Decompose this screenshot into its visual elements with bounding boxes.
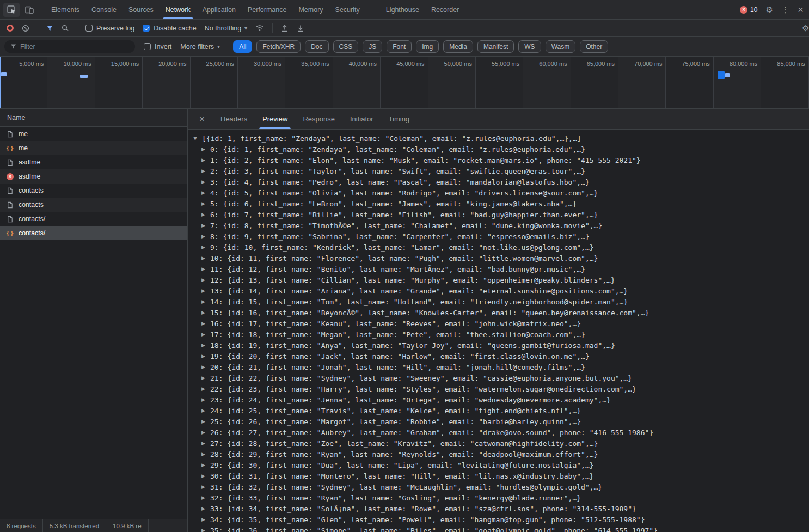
detail-tab-timing[interactable]: Timing: [381, 109, 418, 129]
preview-row[interactable]: ▶ 5: {id: 6, first_name: "LeBron", last_…: [193, 198, 809, 209]
expand-arrow-icon[interactable]: ▶: [201, 397, 210, 402]
expand-arrow-icon[interactable]: ▶: [201, 201, 210, 206]
tab-performance[interactable]: Performance: [242, 0, 293, 19]
expand-arrow-icon[interactable]: ▶: [201, 168, 210, 174]
request-row[interactable]: × asdfme: [0, 169, 187, 184]
preview-row[interactable]: ▶ 26: {id: 27, first_name: "Aubrey", las…: [193, 427, 809, 438]
preview-root-row[interactable]: ▼ [{id: 1, first_name: "Zendaya", last_n…: [193, 133, 809, 144]
preview-row[interactable]: ▶ 1: {id: 2, first_name: "Elon", last_na…: [193, 155, 809, 166]
expand-arrow-icon[interactable]: ▶: [201, 495, 210, 500]
request-row[interactable]: {} contacts/: [0, 226, 187, 240]
network-conditions-icon[interactable]: [255, 25, 264, 32]
expand-arrow-icon[interactable]: ▶: [201, 212, 210, 217]
preview-row[interactable]: ▶ 3: {id: 4, first_name: "Pedro", last_n…: [193, 176, 809, 187]
preview-row[interactable]: ▶ 0: {id: 1, first_name: "Zendaya", last…: [193, 144, 809, 155]
expand-arrow-icon[interactable]: ▶: [201, 190, 210, 195]
kebab-menu-icon[interactable]: ⋮: [781, 5, 789, 14]
invert-checkbox[interactable]: [144, 43, 151, 50]
search-icon[interactable]: [62, 25, 69, 32]
request-row[interactable]: me: [0, 127, 187, 141]
expand-arrow-icon[interactable]: ▶: [201, 288, 210, 293]
expand-arrow-icon[interactable]: ▶: [201, 157, 210, 163]
filter-field[interactable]: [4, 40, 135, 53]
preview-row[interactable]: ▶ 17: {id: 18, first_name: "Megan", last…: [193, 329, 809, 340]
tab-lighthouse[interactable]: Lighthouse: [380, 0, 425, 19]
preview-row[interactable]: ▶ 9: {id: 10, first_name: "Kendrick", la…: [193, 242, 809, 253]
expand-arrow-icon[interactable]: ▶: [201, 244, 210, 250]
clear-icon[interactable]: [22, 25, 29, 32]
preview-row[interactable]: ▶ 21: {id: 22, first_name: "Sydney", las…: [193, 372, 809, 383]
detail-tab-response[interactable]: Response: [295, 109, 342, 129]
request-row[interactable]: contacts: [0, 198, 187, 212]
preview-row[interactable]: ▶ 27: {id: 28, first_name: "Zoe", last_n…: [193, 438, 809, 449]
tab-sources[interactable]: Sources: [122, 0, 160, 19]
expand-arrow-icon[interactable]: ▶: [201, 517, 210, 522]
preview-row[interactable]: ▶ 20: {id: 21, first_name: "Jonah", last…: [193, 362, 809, 372]
gear-icon[interactable]: ⚙: [765, 5, 773, 14]
filter-chip-img[interactable]: Img: [416, 40, 439, 53]
filter-chip-doc[interactable]: Doc: [305, 40, 328, 53]
preview-row[interactable]: ▶ 8: {id: 9, first_name: "Sabrina", last…: [193, 231, 809, 242]
expand-arrow-icon[interactable]: ▶: [201, 266, 210, 272]
request-row[interactable]: {} me: [0, 141, 187, 155]
expand-arrow-icon[interactable]: ▶: [201, 353, 210, 359]
filter-chip-css[interactable]: CSS: [333, 40, 359, 53]
close-icon[interactable]: ×: [798, 4, 804, 16]
preview-row[interactable]: ▶ 30: {id: 31, first_name: "Montero", la…: [193, 470, 809, 481]
preview-row[interactable]: ▶ 11: {id: 12, first_name: "Benito", las…: [193, 264, 809, 274]
request-row[interactable]: asdfme: [0, 155, 187, 169]
tab-recorder[interactable]: Recorder: [425, 0, 465, 19]
expand-arrow-icon[interactable]: ▶: [201, 299, 210, 304]
error-count-badge[interactable]: × 10: [740, 6, 757, 14]
expand-arrow-icon[interactable]: ▶: [201, 451, 210, 457]
preview-row[interactable]: ▶ 34: {id: 35, first_name: "Glen", last_…: [193, 514, 809, 525]
preview-row[interactable]: ▶ 32: {id: 33, first_name: "Ryan", last_…: [193, 492, 809, 503]
preview-row[interactable]: ▶ 7: {id: 8, first_name: "TimothÃ©e", la…: [193, 220, 809, 231]
expand-arrow-icon[interactable]: ▶: [201, 255, 210, 261]
disable-cache-checkbox[interactable]: [143, 25, 150, 32]
filter-chip-other[interactable]: Other: [580, 40, 608, 53]
collapse-arrow-icon[interactable]: ▼: [193, 136, 202, 141]
expand-arrow-icon[interactable]: ▶: [201, 332, 210, 337]
invert-toggle[interactable]: Invert: [144, 43, 171, 51]
tab-elements[interactable]: Elements: [45, 0, 85, 19]
expand-arrow-icon[interactable]: ▶: [201, 484, 210, 490]
preview-row[interactable]: ▶ 35: {id: 36, first_name: "Simone", las…: [193, 525, 809, 532]
preview-row[interactable]: ▶ 16: {id: 17, first_name: "Keanu", last…: [193, 318, 809, 329]
expand-arrow-icon[interactable]: ▶: [201, 441, 210, 446]
preserve-log-checkbox[interactable]: [85, 25, 93, 32]
preview-row[interactable]: ▶ 12: {id: 13, first_name: "Cillian", la…: [193, 274, 809, 285]
inspect-cursor-icon[interactable]: [3, 3, 20, 17]
tab-application[interactable]: Application: [197, 0, 242, 19]
tab-memory[interactable]: Memory: [292, 0, 329, 19]
expand-arrow-icon[interactable]: ▶: [201, 343, 210, 348]
expand-arrow-icon[interactable]: ▶: [201, 223, 210, 228]
more-filters-select[interactable]: More filters ▾: [180, 43, 220, 51]
preview-row[interactable]: ▶ 13: {id: 14, first_name: "Ariana", las…: [193, 285, 809, 296]
filter-chip-all[interactable]: All: [233, 40, 252, 53]
filter-chip-ws[interactable]: WS: [518, 40, 541, 53]
filter-input[interactable]: [20, 43, 129, 51]
filter-chip-manifest[interactable]: Manifest: [477, 40, 514, 53]
preview-row[interactable]: ▶ 28: {id: 29, first_name: "Ryan", last_…: [193, 449, 809, 460]
expand-arrow-icon[interactable]: ▶: [201, 430, 210, 435]
preview-row[interactable]: ▶ 22: {id: 23, first_name: "Harry", last…: [193, 383, 809, 394]
expand-arrow-icon[interactable]: ▶: [201, 310, 210, 315]
preview-row[interactable]: ▶ 2: {id: 3, first_name: "Taylor", last_…: [193, 166, 809, 176]
expand-arrow-icon[interactable]: ▶: [201, 146, 210, 152]
preview-row[interactable]: ▶ 4: {id: 5, first_name: "Olivia", last_…: [193, 187, 809, 198]
expand-arrow-icon[interactable]: ▶: [201, 234, 210, 239]
preview-row[interactable]: ▶ 33: {id: 34, first_name: "SolÃ¡na", la…: [193, 503, 809, 514]
import-har-icon[interactable]: [281, 25, 289, 32]
filter-chip-wasm[interactable]: Wasm: [546, 40, 576, 53]
device-toolbar-icon[interactable]: [22, 3, 37, 17]
disable-cache-toggle[interactable]: Disable cache: [143, 25, 197, 32]
expand-arrow-icon[interactable]: ▶: [201, 506, 210, 511]
network-settings-gear-icon[interactable]: ⚙: [798, 24, 809, 32]
expand-arrow-icon[interactable]: ▶: [201, 321, 210, 326]
preview-row[interactable]: ▶ 6: {id: 7, first_name: "Billie", last_…: [193, 209, 809, 220]
close-detail-icon[interactable]: ×: [191, 109, 213, 129]
preview-row[interactable]: ▶ 19: {id: 20, first_name: "Jack", last_…: [193, 351, 809, 362]
preview-row[interactable]: ▶ 24: {id: 25, first_name: "Travis", las…: [193, 405, 809, 416]
preview-row[interactable]: ▶ 14: {id: 15, first_name: "Tom", last_n…: [193, 296, 809, 307]
